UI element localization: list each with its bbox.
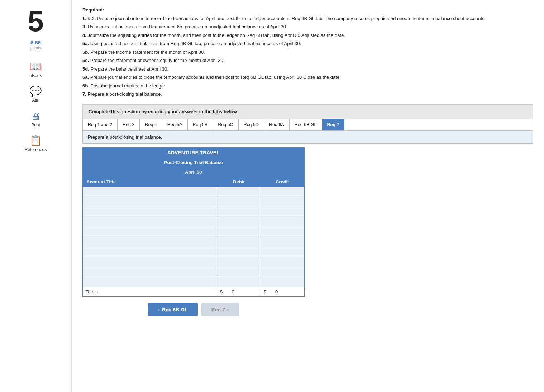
references-icon: 📋 <box>29 135 42 147</box>
tab-content-area: Prepare a post-closing trial balance. <box>82 131 533 144</box>
table-row <box>83 207 304 217</box>
print-label: Print <box>31 123 40 128</box>
tab-req-4[interactable]: Req 4 <box>140 119 162 130</box>
account-input-6[interactable] <box>85 249 215 255</box>
table-row <box>83 257 304 267</box>
nav-forward-button[interactable]: Req 7 › <box>201 303 239 316</box>
debit-input-0[interactable] <box>219 189 258 195</box>
required-item-5: 5c. Prepare the statement of owner's equ… <box>82 57 533 64</box>
col-debit: Debit <box>217 177 261 187</box>
table-row <box>83 237 304 247</box>
totals-credit-prefix: $ <box>264 289 266 295</box>
debit-cell-8 <box>217 267 261 277</box>
references-button[interactable]: 📋 References <box>25 135 47 152</box>
account-input-9[interactable] <box>85 279 215 285</box>
account-input-7[interactable] <box>85 259 215 265</box>
debit-input-6[interactable] <box>219 249 258 255</box>
credit-input-2[interactable] <box>263 209 302 215</box>
totals-label: Totals <box>83 287 217 297</box>
required-item-9: 7. Prepare a post-closing trial balance. <box>82 90 533 98</box>
account-cell-0 <box>83 187 217 197</box>
account-cell-4 <box>83 227 217 237</box>
tab-req-5c[interactable]: Req 5C <box>213 119 238 130</box>
account-input-4[interactable] <box>85 229 215 235</box>
tabs-bar: Req 1 and 2Req 3Req 4Req 5AReq 5BReq 5CR… <box>82 119 533 131</box>
table-row <box>83 217 304 227</box>
table-date: April 30 <box>83 167 304 177</box>
complete-box: Complete this question by entering your … <box>82 104 533 119</box>
nav-back-button[interactable]: ‹ Req 6B GL <box>148 303 197 316</box>
account-cell-3 <box>83 217 217 227</box>
account-cell-7 <box>83 257 217 267</box>
credit-cell-0 <box>261 187 304 197</box>
references-label: References <box>25 147 47 152</box>
required-text: 1. & 2. Prepare journal entries to recor… <box>82 15 533 98</box>
account-input-5[interactable] <box>85 239 215 245</box>
required-item-8: 6b. Post the journal entries to the ledg… <box>82 82 533 90</box>
credit-input-0[interactable] <box>263 189 302 195</box>
account-cell-5 <box>83 237 217 247</box>
tab-instruction: Prepare a post-closing trial balance. <box>88 134 162 140</box>
debit-cell-6 <box>217 247 261 257</box>
table-date-row: April 30 <box>83 167 304 177</box>
credit-input-1[interactable] <box>263 199 302 205</box>
tab-req-6b-gl[interactable]: Req 6B GL <box>290 119 322 130</box>
tab-req-7[interactable]: Req 7 <box>322 119 344 130</box>
credit-input-8[interactable] <box>263 269 302 275</box>
debit-input-3[interactable] <box>219 219 258 225</box>
ebook-icon: 📖 <box>29 61 42 72</box>
required-item-6: 5d. Prepare the balance sheet at April 3… <box>82 65 533 73</box>
credit-cell-6 <box>261 247 304 257</box>
debit-input-5[interactable] <box>219 239 258 245</box>
tab-req-6a[interactable]: Req 6A <box>264 119 290 130</box>
col-credit: Credit <box>261 177 304 187</box>
credit-cell-9 <box>261 277 304 287</box>
tab-req-3[interactable]: Req 3 <box>118 119 140 130</box>
account-input-0[interactable] <box>85 189 215 195</box>
forward-chevron-icon: › <box>227 307 229 312</box>
credit-input-3[interactable] <box>263 219 302 225</box>
credit-cell-8 <box>261 267 304 277</box>
account-input-3[interactable] <box>85 219 215 225</box>
table-title-row: ADVENTURE TRAVEL <box>83 148 304 158</box>
required-label: Required: <box>82 7 533 13</box>
account-input-8[interactable] <box>85 269 215 275</box>
totals-row: Totals $ 0 $ 0 <box>83 287 304 297</box>
account-cell-2 <box>83 207 217 217</box>
table-col-headers: Account Title Debit Credit <box>83 177 304 187</box>
table-subtitle-row: Post-Closing Trial Balance <box>83 158 304 167</box>
debit-input-4[interactable] <box>219 229 258 235</box>
credit-input-7[interactable] <box>263 259 302 265</box>
credit-input-9[interactable] <box>263 279 302 285</box>
debit-input-1[interactable] <box>219 199 258 205</box>
debit-input-7[interactable] <box>219 259 258 265</box>
nav-buttons: ‹ Req 6B GL Req 7 › <box>82 303 305 316</box>
account-input-2[interactable] <box>85 209 215 215</box>
credit-cell-2 <box>261 207 304 217</box>
credit-input-6[interactable] <box>263 249 302 255</box>
print-button[interactable]: 🖨 Print <box>31 110 41 128</box>
ask-button[interactable]: 💬 Ask <box>29 85 42 103</box>
credit-input-4[interactable] <box>263 229 302 235</box>
ebook-button[interactable]: 📖 eBook <box>29 61 42 78</box>
debit-cell-5 <box>217 237 261 247</box>
points-label: points <box>30 46 41 51</box>
tab-req-1-and-2[interactable]: Req 1 and 2 <box>83 119 118 130</box>
table-row <box>83 197 304 207</box>
tab-req-5a[interactable]: Req 5A <box>162 119 188 130</box>
debit-input-8[interactable] <box>219 269 258 275</box>
table-row <box>83 267 304 277</box>
debit-input-9[interactable] <box>219 279 258 285</box>
account-cell-6 <box>83 247 217 257</box>
nav-forward-label: Req 7 <box>211 307 225 312</box>
table-row <box>83 277 304 287</box>
account-cell-8 <box>83 267 217 277</box>
debit-input-2[interactable] <box>219 209 258 215</box>
tab-req-5d[interactable]: Req 5D <box>239 119 264 130</box>
points-value: 6.66 <box>30 39 41 46</box>
tab-req-5b[interactable]: Req 5B <box>188 119 213 130</box>
credit-input-5[interactable] <box>263 239 302 245</box>
account-input-1[interactable] <box>85 199 215 205</box>
table-title: ADVENTURE TRAVEL <box>83 148 304 158</box>
trial-balance-table: ADVENTURE TRAVEL Post-Closing Trial Bala… <box>83 148 304 296</box>
